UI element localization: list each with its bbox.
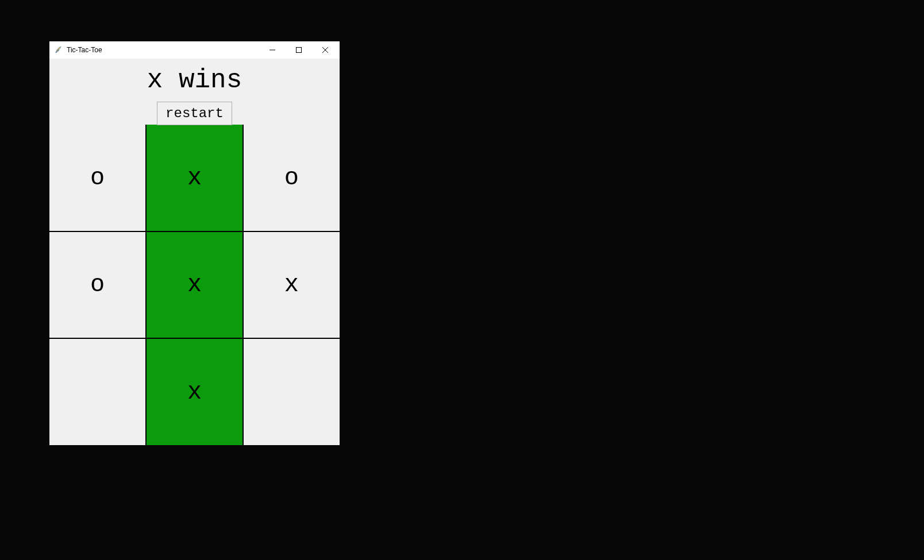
window-title: Tic-Tac-Toe bbox=[67, 46, 259, 54]
close-button[interactable] bbox=[312, 41, 338, 59]
cell-0-2[interactable]: o bbox=[243, 125, 340, 231]
cell-2-0[interactable] bbox=[49, 338, 146, 445]
restart-button[interactable]: restart bbox=[157, 102, 232, 125]
app-window: Tic-Tac-Toe x wins restart o x o o x x x bbox=[49, 41, 340, 445]
maximize-button[interactable] bbox=[286, 41, 312, 59]
cell-1-1[interactable]: x bbox=[146, 231, 242, 338]
feather-icon bbox=[54, 45, 63, 55]
cell-2-2[interactable] bbox=[243, 338, 340, 445]
cell-1-0[interactable]: o bbox=[49, 231, 146, 338]
cell-2-1[interactable]: x bbox=[146, 338, 242, 445]
game-header: x wins restart bbox=[49, 59, 340, 125]
titlebar-controls bbox=[259, 41, 338, 59]
cell-1-2[interactable]: x bbox=[243, 231, 340, 338]
game-board: o x o o x x x bbox=[49, 125, 340, 445]
cell-0-1[interactable]: x bbox=[146, 125, 242, 231]
status-label: x wins bbox=[49, 65, 340, 95]
titlebar: Tic-Tac-Toe bbox=[49, 41, 340, 59]
svg-rect-1 bbox=[297, 48, 302, 53]
minimize-button[interactable] bbox=[259, 41, 286, 59]
cell-0-0[interactable]: o bbox=[49, 125, 146, 231]
